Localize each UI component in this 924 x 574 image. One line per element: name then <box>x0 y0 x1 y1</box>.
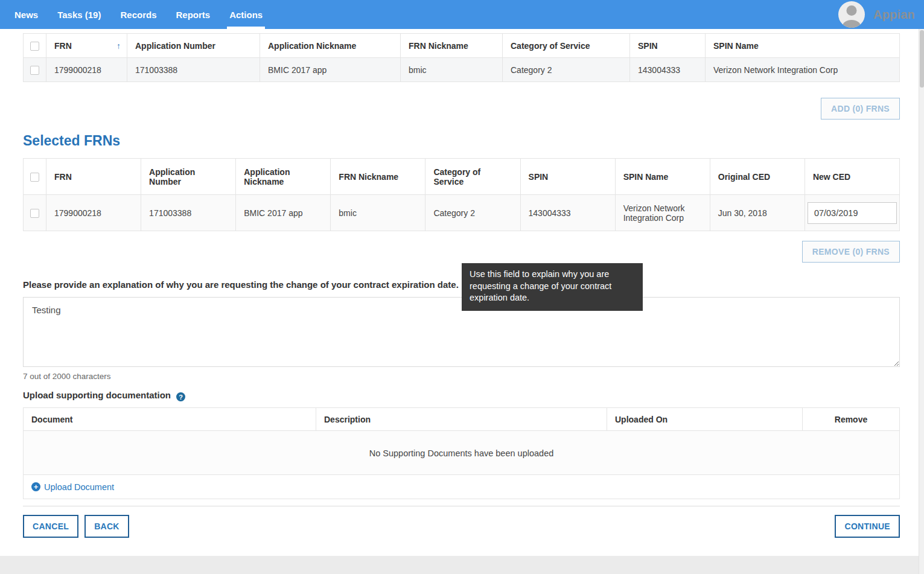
nav-tab-actions[interactable]: Actions <box>220 0 272 29</box>
cell-spin: 143004333 <box>630 58 706 82</box>
column-header-application-nickname[interactable]: Application Nickname <box>236 159 331 195</box>
row-select-checkbox[interactable] <box>30 66 39 75</box>
available-frns-header-row: FRN ↑ Application Number Application Nic… <box>24 34 900 58</box>
column-header-spin[interactable]: SPIN <box>520 159 615 195</box>
top-navigation-bar: News Tasks (19) Records Reports Actions … <box>0 0 924 29</box>
help-tooltip: Use this field to explain why you are re… <box>462 263 643 311</box>
add-frns-button[interactable]: ADD (0) FRNS <box>821 98 900 120</box>
cell-spin: 143004333 <box>520 195 615 231</box>
column-header-spin-name[interactable]: SPIN Name <box>615 159 710 195</box>
upload-document-link-label: Upload Document <box>44 482 114 492</box>
continue-button[interactable]: CONTINUE <box>835 515 900 538</box>
selected-frns-table: FRN Application Number Application Nickn… <box>23 158 900 231</box>
select-all-checkbox[interactable] <box>30 42 39 51</box>
character-counter: 7 out of 2000 characters <box>23 372 900 381</box>
sort-ascending-icon[interactable]: ↑ <box>116 41 121 51</box>
cell-original-ced: Jun 30, 2018 <box>710 195 805 231</box>
appian-brand-logo: Appian <box>873 8 915 22</box>
selected-select-all-checkbox[interactable] <box>30 173 39 182</box>
column-header-document: Document <box>24 408 316 431</box>
cell-frn: 1799000218 <box>46 58 127 82</box>
cell-application-nickname: BMIC 2017 app <box>236 195 331 231</box>
column-header-category-of-service[interactable]: Category of Service <box>503 34 630 58</box>
footer-button-bar: CANCEL BACK CONTINUE <box>23 515 900 538</box>
selected-frns-header-row: FRN Application Number Application Nickn… <box>24 159 900 195</box>
nav-tab-news[interactable]: News <box>5 0 48 29</box>
nav-right-section: Appian <box>838 0 924 29</box>
scrollbar-thumb[interactable] <box>920 30 924 88</box>
column-header-application-number[interactable]: Application Number <box>141 159 236 195</box>
column-header-application-number[interactable]: Application Number <box>127 34 260 58</box>
upload-documentation-label: Upload supporting documentation ? <box>23 390 900 402</box>
column-header-original-ced[interactable]: Original CED <box>710 159 805 195</box>
column-header-new-ced[interactable]: New CED <box>805 159 899 195</box>
new-ced-date-input[interactable] <box>808 202 897 224</box>
upload-document-row: + Upload Document <box>24 475 900 499</box>
documents-table: Document Description Uploaded On Remove … <box>23 407 900 499</box>
column-header-frn-nickname[interactable]: FRN Nickname <box>401 34 503 58</box>
column-header-spin[interactable]: SPIN <box>630 34 706 58</box>
selected-frns-title: Selected FRNs <box>23 133 900 149</box>
avatar-shoulders-icon <box>843 20 861 28</box>
cell-application-number: 171003388 <box>141 195 236 231</box>
documents-header-row: Document Description Uploaded On Remove <box>24 408 900 431</box>
upload-documentation-label-text: Upload supporting documentation <box>23 390 171 400</box>
column-header-frn[interactable]: FRN ↑ <box>46 34 127 58</box>
footer-divider <box>23 506 900 506</box>
user-avatar[interactable] <box>838 1 865 28</box>
column-header-category-of-service[interactable]: Category of Service <box>425 159 520 195</box>
cell-category-of-service: Category 2 <box>503 58 630 82</box>
available-frn-row: 1799000218 171003388 BMIC 2017 app bmic … <box>24 58 900 82</box>
nav-tabs: News Tasks (19) Records Reports Actions <box>0 0 272 29</box>
available-frns-table: FRN ↑ Application Number Application Nic… <box>23 33 900 82</box>
selected-frn-row: 1799000218 171003388 BMIC 2017 app bmic … <box>24 195 900 231</box>
column-header-description: Description <box>316 408 607 431</box>
column-header-uploaded-on: Uploaded On <box>607 408 803 431</box>
documents-empty-row: No Supporting Documents have been upload… <box>24 431 900 475</box>
column-header-frn[interactable]: FRN <box>46 159 141 195</box>
selected-row-checkbox[interactable] <box>30 209 39 218</box>
upload-document-link[interactable]: + Upload Document <box>31 482 114 492</box>
vertical-scrollbar[interactable] <box>919 29 924 574</box>
cell-spin-name: Verizon Network Integration Corp <box>706 58 900 82</box>
cell-frn-nickname: bmic <box>401 58 503 82</box>
cell-application-nickname: BMIC 2017 app <box>260 58 401 82</box>
remove-frns-button[interactable]: REMOVE (0) FRNS <box>802 241 900 263</box>
cell-application-number: 171003388 <box>127 58 260 82</box>
nav-tab-tasks[interactable]: Tasks (19) <box>48 0 110 29</box>
help-icon[interactable]: ? <box>176 392 185 401</box>
column-header-remove: Remove <box>803 408 900 431</box>
cancel-button[interactable]: CANCEL <box>23 515 78 538</box>
cell-spin-name: Verizon Network Integration Corp <box>615 195 710 231</box>
no-documents-message: No Supporting Documents have been upload… <box>24 431 900 475</box>
nav-tab-records[interactable]: Records <box>110 0 166 29</box>
cell-frn: 1799000218 <box>46 195 141 231</box>
plus-circle-icon: + <box>31 482 40 491</box>
column-header-frn-label: FRN <box>54 41 72 51</box>
cell-frn-nickname: bmic <box>331 195 425 231</box>
avatar-head-icon <box>847 5 857 16</box>
column-header-frn-nickname[interactable]: FRN Nickname <box>331 159 425 195</box>
explanation-label-text: Please provide an explanation of why you… <box>23 279 459 290</box>
back-button[interactable]: BACK <box>84 515 129 538</box>
cell-category-of-service: Category 2 <box>425 195 520 231</box>
column-header-spin-name[interactable]: SPIN Name <box>706 34 900 58</box>
column-header-application-nickname[interactable]: Application Nickname <box>260 34 401 58</box>
cell-new-ced <box>805 195 899 231</box>
nav-tab-reports[interactable]: Reports <box>166 0 220 29</box>
